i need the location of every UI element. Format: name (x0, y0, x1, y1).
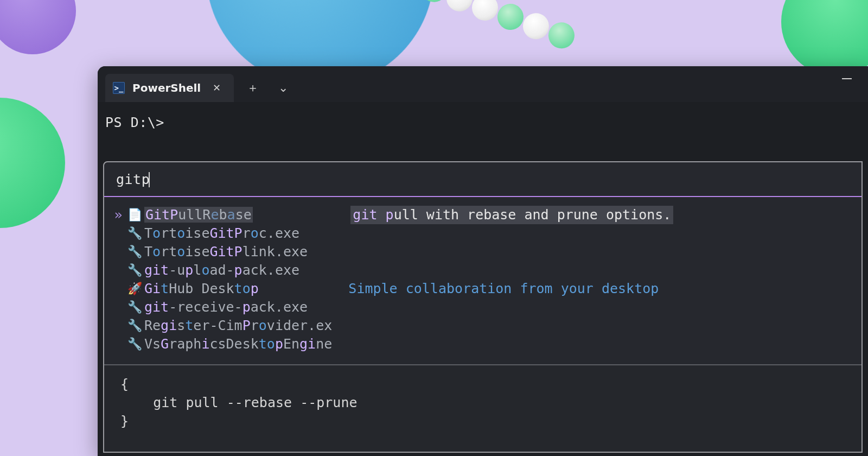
result-name: TortoiseGitProc.exe (144, 224, 348, 243)
new-tab-button[interactable]: ＋ (239, 78, 266, 98)
prompt-line: PS D:\> (103, 114, 863, 132)
result-name: Register-CimProvider.ex (144, 316, 348, 335)
tab-title: PowerShell (132, 81, 201, 94)
wallpaper-blob (781, 0, 868, 76)
terminal-body[interactable]: PS D:\> gitp »📄GitPullRebase git pull wi… (98, 102, 868, 456)
tab-actions: ＋ ⌄ (235, 74, 301, 102)
terminal-window: >_ PowerShell ✕ ＋ ⌄ PS D:\> gitp »📄GitPu… (98, 66, 868, 456)
result-name: git-upload-pack.exe (144, 261, 348, 280)
palette-input[interactable]: gitp (104, 162, 861, 198)
close-tab-button[interactable]: ✕ (208, 80, 225, 96)
result-name: VsGraphicsDesktopEngine (144, 335, 348, 353)
result-name: TortoiseGitPlink.exe (144, 243, 348, 261)
command-palette: gitp »📄GitPullRebase git pull with rebas… (103, 161, 863, 453)
palette-result-item[interactable]: 🚀GitHub Desktop Simple collaboration fro… (112, 280, 858, 298)
result-description: Simple collaboration from your desktop (348, 280, 659, 298)
powershell-icon: >_ (113, 82, 125, 94)
result-icon: 🔧 (125, 261, 144, 280)
result-icon: 🔧 (125, 316, 144, 335)
result-name: GitHub Desktop (144, 280, 348, 298)
tab-powershell[interactable]: >_ PowerShell ✕ (105, 74, 234, 102)
palette-result-item[interactable]: 🔧TortoiseGitPlink.exe (112, 243, 858, 261)
result-icon: 📄 (125, 206, 144, 224)
palette-preview: { git pull --rebase --prune } (104, 364, 861, 452)
result-icon: 🔧 (125, 335, 144, 353)
palette-results: »📄GitPullRebase git pull with rebase and… (104, 197, 861, 364)
palette-result-item[interactable]: 🔧git-receive-pack.exe (112, 298, 858, 316)
titlebar: >_ PowerShell ✕ ＋ ⌄ (98, 66, 868, 102)
palette-result-item[interactable]: 🔧Register-CimProvider.ex (112, 316, 858, 335)
result-icon: 🚀 (125, 280, 144, 298)
wallpaper-blob (0, 98, 65, 228)
palette-result-item[interactable]: 🔧TortoiseGitProc.exe (112, 224, 858, 243)
minimize-button[interactable] (842, 78, 852, 79)
result-icon: 🔧 (125, 243, 144, 261)
result-name: git-receive-pack.exe (144, 298, 348, 316)
result-icon: 🔧 (125, 224, 144, 243)
tab-dropdown-button[interactable]: ⌄ (270, 78, 297, 98)
palette-result-item[interactable]: 🔧git-upload-pack.exe (112, 261, 858, 280)
selection-marker: » (112, 206, 125, 224)
result-icon: 🔧 (125, 298, 144, 316)
palette-result-item[interactable]: 🔧VsGraphicsDesktopEngine (112, 335, 858, 353)
palette-result-item[interactable]: »📄GitPullRebase git pull with rebase and… (112, 206, 858, 224)
wallpaper-blob (0, 0, 76, 54)
result-description: git pull with rebase and prune options. (350, 206, 673, 224)
result-name: GitPullRebase (144, 206, 350, 224)
